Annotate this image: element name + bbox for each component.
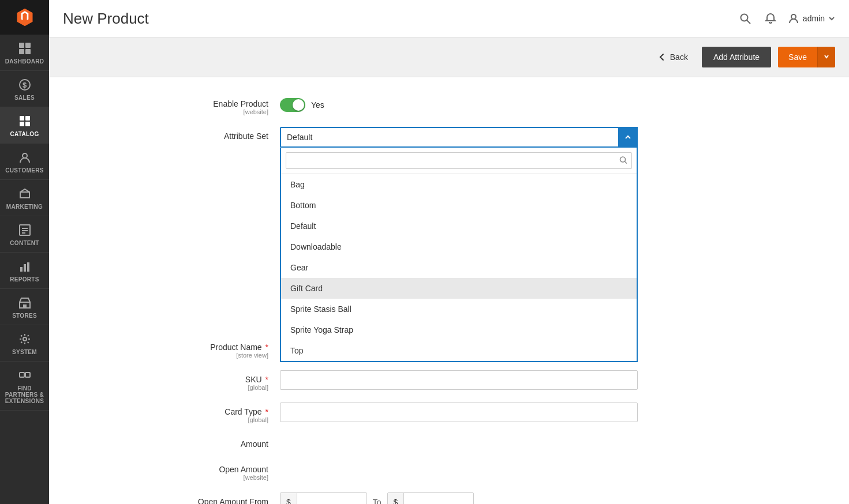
attribute-set-label: Attribute Set	[164, 127, 280, 141]
dropdown-item-top[interactable]: Top	[281, 340, 637, 361]
sidebar-item-label: CUSTOMERS	[5, 167, 43, 174]
form-content: Enable Product [website] Yes Attribute S…	[49, 77, 849, 504]
sidebar-item-content[interactable]: CONTENT	[0, 216, 49, 253]
add-attribute-button[interactable]: Add Attribute	[702, 47, 771, 67]
sidebar-logo	[0, 0, 49, 35]
notifications-button[interactable]	[762, 10, 779, 27]
stores-icon	[18, 296, 32, 310]
sku-required: *	[265, 375, 268, 384]
svg-rect-0	[19, 43, 24, 48]
dropdown-item-gift-card[interactable]: Gift Card	[281, 278, 637, 299]
currency-symbol-from: $	[280, 493, 297, 504]
attribute-set-dropdown-button[interactable]	[618, 127, 638, 148]
back-label: Back	[670, 52, 688, 62]
dropdown-search-input[interactable]	[286, 152, 632, 169]
svg-point-24	[740, 14, 747, 21]
enable-product-row: Enable Product [website] Yes	[164, 95, 826, 115]
catalog-icon	[18, 114, 32, 128]
save-dropdown-button[interactable]	[817, 47, 835, 67]
sidebar-item-marketing[interactable]: MARKETING	[0, 180, 49, 216]
dropdown-item-bottom[interactable]: Bottom	[281, 195, 637, 216]
svg-rect-9	[25, 122, 30, 126]
toggle-yes-label: Yes	[311, 100, 324, 110]
open-amount-label: Open Amount [website]	[164, 460, 280, 481]
attribute-set-control: Default Bag Bottom Default	[280, 127, 638, 148]
sidebar-item-label: FIND PARTNERS & EXTENSIONS	[2, 385, 47, 404]
svg-rect-3	[25, 49, 31, 54]
sidebar: DASHBOARD $ SALES CATALOG CUSTOMERS MARK…	[0, 0, 49, 504]
save-button[interactable]: Save	[778, 47, 817, 67]
sidebar-item-find-partners[interactable]: FIND PARTNERS & EXTENSIONS	[0, 362, 49, 411]
sales-icon: $	[18, 78, 32, 92]
marketing-icon	[18, 187, 32, 201]
sidebar-item-dashboard[interactable]: DASHBOARD	[0, 35, 49, 71]
svg-line-25	[747, 20, 750, 24]
amount-to-wrapper: $	[387, 492, 474, 504]
page-header: New Product admin	[49, 0, 849, 37]
card-type-label: Card Type * [global]	[164, 403, 280, 423]
chevron-up-icon	[624, 134, 631, 141]
product-name-label: Product Name * [store view]	[164, 338, 280, 359]
attribute-set-value[interactable]: Default	[281, 128, 637, 146]
svg-rect-2	[19, 49, 24, 54]
dropdown-item-bag[interactable]: Bag	[281, 174, 637, 195]
sidebar-item-label: STORES	[12, 313, 37, 319]
dropdown-search-wrapper	[281, 148, 637, 174]
dropdown-item-sprite-stasis-ball[interactable]: Sprite Stasis Ball	[281, 299, 637, 319]
user-name: admin	[803, 14, 825, 23]
dropdown-search-icon	[619, 156, 627, 166]
svg-rect-7	[25, 116, 30, 121]
sidebar-item-reports[interactable]: REPORTS	[0, 253, 49, 289]
dropdown-item-gear[interactable]: Gear	[281, 257, 637, 278]
sidebar-item-label: SYSTEM	[12, 349, 37, 355]
sidebar-item-label: DASHBOARD	[5, 58, 44, 65]
page-title: New Product	[63, 10, 149, 28]
dashboard-icon	[18, 42, 32, 55]
svg-rect-8	[20, 122, 24, 126]
find-partners-icon	[18, 368, 32, 382]
main-area: New Product admin Back Add Attribute Sav…	[49, 0, 849, 504]
svg-rect-6	[20, 116, 24, 121]
toolbar: Back Add Attribute Save	[49, 37, 849, 77]
dropdown-item-downloadable[interactable]: Downloadable	[281, 236, 637, 257]
dropdown-item-default[interactable]: Default	[281, 216, 637, 236]
sidebar-item-label: MARKETING	[6, 204, 43, 210]
chevron-down-icon	[828, 15, 835, 22]
open-amount-from-input[interactable]	[297, 493, 366, 504]
back-button[interactable]: Back	[650, 48, 695, 66]
sidebar-item-label: REPORTS	[10, 276, 39, 283]
to-label: To	[373, 498, 382, 504]
sku-label: SKU * [global]	[164, 370, 280, 391]
svg-line-28	[625, 161, 627, 164]
caret-down-icon	[824, 54, 829, 59]
card-type-row: Card Type * [global]	[164, 403, 826, 423]
attribute-set-row: Attribute Set Default	[164, 127, 826, 148]
reports-icon	[18, 259, 32, 273]
enable-product-label: Enable Product [website]	[164, 95, 280, 115]
sidebar-item-stores[interactable]: STORES	[0, 289, 49, 325]
amount-label: Amount	[164, 435, 280, 449]
save-button-group: Save	[778, 47, 835, 67]
dropdown-item-sprite-yoga-strap[interactable]: Sprite Yoga Strap	[281, 319, 637, 340]
sku-input[interactable]	[280, 370, 638, 390]
svg-point-10	[23, 153, 27, 158]
svg-rect-21	[20, 373, 24, 377]
sidebar-item-system[interactable]: SYSTEM	[0, 325, 49, 362]
card-type-input[interactable]	[280, 403, 638, 422]
sidebar-item-catalog[interactable]: CATALOG	[0, 107, 49, 144]
arrow-left-icon	[657, 52, 667, 62]
open-amount-from-row: Open Amount From [website] $ To $	[164, 492, 826, 504]
sidebar-item-customers[interactable]: CUSTOMERS	[0, 144, 49, 180]
svg-rect-1	[25, 43, 31, 48]
enable-product-toggle[interactable]	[280, 98, 305, 112]
sidebar-item-sales[interactable]: $ SALES	[0, 71, 49, 107]
user-menu[interactable]: admin	[788, 13, 835, 24]
open-amount-to-input[interactable]	[404, 493, 473, 504]
content-icon	[18, 223, 32, 237]
currency-symbol-to: $	[388, 493, 405, 504]
sidebar-item-label: CONTENT	[10, 240, 39, 246]
svg-rect-19	[23, 304, 27, 308]
customers-icon	[18, 151, 32, 164]
search-button[interactable]	[737, 10, 753, 27]
toggle-knob	[293, 99, 304, 111]
